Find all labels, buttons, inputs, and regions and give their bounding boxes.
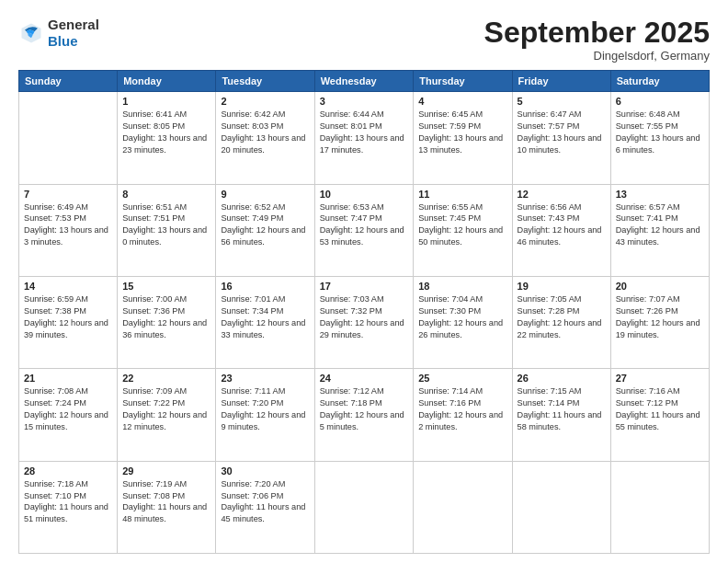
day-detail: Sunrise: 6:44 AM Sunset: 8:01 PM Dayligh…	[320, 109, 409, 156]
day-number: 15	[122, 281, 210, 292]
day-detail: Sunrise: 6:57 AM Sunset: 7:41 PM Dayligh…	[616, 201, 704, 249]
col-saturday: Saturday	[610, 71, 709, 92]
col-friday: Friday	[512, 71, 610, 92]
cell-w0-d3: 3Sunrise: 6:44 AM Sunset: 8:01 PM Daylig…	[314, 92, 414, 184]
cell-w1-d3: 10Sunrise: 6:53 AM Sunset: 7:47 PM Dayli…	[314, 184, 414, 276]
day-number: 22	[122, 373, 210, 384]
day-detail: Sunrise: 6:59 AM Sunset: 7:38 PM Dayligh…	[24, 293, 112, 341]
col-thursday: Thursday	[414, 71, 512, 92]
day-detail: Sunrise: 6:52 AM Sunset: 7:49 PM Dayligh…	[221, 201, 309, 249]
day-detail: Sunrise: 7:04 AM Sunset: 7:30 PM Dayligh…	[418, 293, 506, 341]
cell-w1-d2: 9Sunrise: 6:52 AM Sunset: 7:49 PM Daylig…	[216, 184, 314, 276]
day-number: 8	[122, 189, 210, 200]
day-number: 13	[616, 189, 704, 200]
day-detail: Sunrise: 7:19 AM Sunset: 7:08 PM Dayligh…	[122, 478, 210, 526]
day-number: 7	[24, 189, 112, 200]
page: General Blue September 2025 Dingelsdorf,…	[0, 0, 728, 563]
calendar-body: 1Sunrise: 6:41 AM Sunset: 8:05 PM Daylig…	[19, 92, 710, 554]
logo-icon	[18, 20, 44, 46]
calendar-table: Sunday Monday Tuesday Wednesday Thursday…	[18, 70, 710, 554]
day-number: 18	[418, 281, 506, 292]
cell-w3-d6: 27Sunrise: 7:16 AM Sunset: 7:12 PM Dayli…	[610, 369, 709, 461]
day-detail: Sunrise: 6:56 AM Sunset: 7:43 PM Dayligh…	[518, 201, 606, 249]
day-detail: Sunrise: 7:16 AM Sunset: 7:12 PM Dayligh…	[616, 385, 704, 433]
day-number: 10	[320, 189, 409, 200]
cell-w4-d6	[610, 461, 709, 553]
cell-w2-d0: 14Sunrise: 6:59 AM Sunset: 7:38 PM Dayli…	[19, 276, 118, 368]
cell-w4-d3	[314, 461, 414, 553]
day-number: 5	[518, 96, 606, 107]
day-detail: Sunrise: 7:12 AM Sunset: 7:18 PM Dayligh…	[320, 385, 409, 433]
logo-text: General Blue	[48, 17, 99, 50]
month-title: September 2025	[484, 17, 710, 49]
day-detail: Sunrise: 7:18 AM Sunset: 7:10 PM Dayligh…	[24, 478, 112, 526]
day-detail: Sunrise: 6:45 AM Sunset: 7:59 PM Dayligh…	[418, 109, 506, 156]
day-number: 27	[616, 373, 704, 384]
cell-w4-d5	[512, 461, 610, 553]
day-number: 2	[221, 96, 309, 107]
col-tuesday: Tuesday	[216, 71, 314, 92]
calendar-header-row: Sunday Monday Tuesday Wednesday Thursday…	[19, 71, 710, 92]
day-number: 3	[320, 96, 409, 107]
cell-w1-d4: 11Sunrise: 6:55 AM Sunset: 7:45 PM Dayli…	[414, 184, 512, 276]
day-detail: Sunrise: 7:15 AM Sunset: 7:14 PM Dayligh…	[518, 385, 606, 433]
day-detail: Sunrise: 6:47 AM Sunset: 7:57 PM Dayligh…	[518, 109, 606, 156]
day-number: 28	[24, 465, 112, 477]
logo: General Blue	[18, 17, 99, 50]
day-number: 9	[221, 189, 309, 200]
cell-w4-d1: 29Sunrise: 7:19 AM Sunset: 7:08 PM Dayli…	[118, 461, 216, 553]
day-detail: Sunrise: 7:14 AM Sunset: 7:16 PM Dayligh…	[418, 385, 506, 433]
day-detail: Sunrise: 7:07 AM Sunset: 7:26 PM Dayligh…	[616, 293, 704, 341]
logo-blue: Blue	[48, 33, 78, 49]
cell-w2-d2: 16Sunrise: 7:01 AM Sunset: 7:34 PM Dayli…	[216, 276, 314, 368]
cell-w3-d1: 22Sunrise: 7:09 AM Sunset: 7:22 PM Dayli…	[118, 369, 216, 461]
cell-w0-d0	[19, 92, 118, 184]
cell-w0-d2: 2Sunrise: 6:42 AM Sunset: 8:03 PM Daylig…	[216, 92, 314, 184]
day-number: 16	[221, 281, 309, 292]
cell-w3-d5: 26Sunrise: 7:15 AM Sunset: 7:14 PM Dayli…	[512, 369, 610, 461]
week-row-3: 21Sunrise: 7:08 AM Sunset: 7:24 PM Dayli…	[19, 369, 710, 461]
day-number: 20	[616, 281, 704, 292]
cell-w2-d1: 15Sunrise: 7:00 AM Sunset: 7:36 PM Dayli…	[118, 276, 216, 368]
cell-w4-d4	[414, 461, 512, 553]
cell-w3-d0: 21Sunrise: 7:08 AM Sunset: 7:24 PM Dayli…	[19, 369, 118, 461]
day-number: 17	[320, 281, 409, 292]
day-detail: Sunrise: 7:20 AM Sunset: 7:06 PM Dayligh…	[221, 478, 309, 526]
day-detail: Sunrise: 6:51 AM Sunset: 7:51 PM Dayligh…	[122, 201, 210, 249]
day-detail: Sunrise: 7:09 AM Sunset: 7:22 PM Dayligh…	[122, 385, 210, 433]
week-row-1: 7Sunrise: 6:49 AM Sunset: 7:53 PM Daylig…	[19, 184, 710, 276]
cell-w2-d3: 17Sunrise: 7:03 AM Sunset: 7:32 PM Dayli…	[314, 276, 414, 368]
cell-w4-d2: 30Sunrise: 7:20 AM Sunset: 7:06 PM Dayli…	[216, 461, 314, 553]
location: Dingelsdorf, Germany	[484, 49, 710, 63]
day-number: 19	[518, 281, 606, 292]
cell-w1-d5: 12Sunrise: 6:56 AM Sunset: 7:43 PM Dayli…	[512, 184, 610, 276]
cell-w1-d6: 13Sunrise: 6:57 AM Sunset: 7:41 PM Dayli…	[610, 184, 709, 276]
day-number: 11	[418, 189, 506, 200]
cell-w0-d4: 4Sunrise: 6:45 AM Sunset: 7:59 PM Daylig…	[414, 92, 512, 184]
cell-w3-d4: 25Sunrise: 7:14 AM Sunset: 7:16 PM Dayli…	[414, 369, 512, 461]
day-number: 23	[221, 373, 309, 384]
cell-w3-d2: 23Sunrise: 7:11 AM Sunset: 7:20 PM Dayli…	[216, 369, 314, 461]
cell-w1-d0: 7Sunrise: 6:49 AM Sunset: 7:53 PM Daylig…	[19, 184, 118, 276]
day-detail: Sunrise: 6:48 AM Sunset: 7:55 PM Dayligh…	[616, 109, 704, 156]
day-detail: Sunrise: 7:00 AM Sunset: 7:36 PM Dayligh…	[122, 293, 210, 341]
week-row-0: 1Sunrise: 6:41 AM Sunset: 8:05 PM Daylig…	[19, 92, 710, 184]
week-row-2: 14Sunrise: 6:59 AM Sunset: 7:38 PM Dayli…	[19, 276, 710, 368]
day-detail: Sunrise: 6:49 AM Sunset: 7:53 PM Dayligh…	[24, 201, 112, 249]
day-number: 1	[122, 96, 210, 107]
cell-w0-d5: 5Sunrise: 6:47 AM Sunset: 7:57 PM Daylig…	[512, 92, 610, 184]
day-number: 12	[518, 189, 606, 200]
col-sunday: Sunday	[19, 71, 118, 92]
day-detail: Sunrise: 6:41 AM Sunset: 8:05 PM Dayligh…	[122, 109, 210, 156]
cell-w3-d3: 24Sunrise: 7:12 AM Sunset: 7:18 PM Dayli…	[314, 369, 414, 461]
logo-general: General	[48, 17, 99, 32]
day-number: 24	[320, 373, 409, 384]
day-detail: Sunrise: 6:55 AM Sunset: 7:45 PM Dayligh…	[418, 201, 506, 249]
cell-w2-d5: 19Sunrise: 7:05 AM Sunset: 7:28 PM Dayli…	[512, 276, 610, 368]
day-detail: Sunrise: 7:03 AM Sunset: 7:32 PM Dayligh…	[320, 293, 409, 341]
day-detail: Sunrise: 6:42 AM Sunset: 8:03 PM Dayligh…	[221, 109, 309, 156]
day-number: 6	[616, 96, 704, 107]
day-detail: Sunrise: 6:53 AM Sunset: 7:47 PM Dayligh…	[320, 201, 409, 249]
cell-w2-d4: 18Sunrise: 7:04 AM Sunset: 7:30 PM Dayli…	[414, 276, 512, 368]
cell-w1-d1: 8Sunrise: 6:51 AM Sunset: 7:51 PM Daylig…	[118, 184, 216, 276]
